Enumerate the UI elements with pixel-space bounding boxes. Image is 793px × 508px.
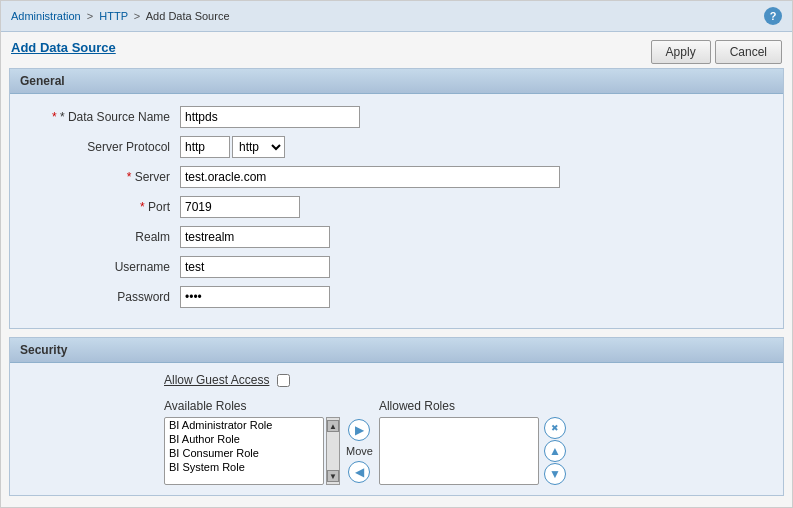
move-column: ▶ Move ◀ bbox=[346, 399, 373, 483]
datasource-name-label: * * Data Source Name bbox=[20, 110, 180, 124]
username-row: Username bbox=[20, 256, 773, 278]
security-section-header: Security bbox=[10, 338, 783, 363]
guest-access-checkbox[interactable] bbox=[277, 374, 290, 387]
breadcrumb-sep1: > bbox=[87, 10, 93, 22]
protocol-group: http https bbox=[180, 136, 285, 158]
breadcrumb-http[interactable]: HTTP bbox=[99, 10, 128, 22]
available-roles-column: Available Roles BI Administrator Role BI… bbox=[164, 399, 340, 485]
security-section-body: Allow Guest Access Available Roles BI Ad… bbox=[10, 363, 783, 495]
server-protocol-row: Server Protocol http https bbox=[20, 136, 773, 158]
help-icon[interactable]: ? bbox=[764, 7, 782, 25]
server-label: * Server bbox=[20, 170, 180, 184]
realm-row: Realm bbox=[20, 226, 773, 248]
password-label: Password bbox=[20, 290, 180, 304]
password-input[interactable] bbox=[180, 286, 330, 308]
roles-container: Available Roles BI Administrator Role BI… bbox=[24, 399, 769, 485]
list-item[interactable]: BI Administrator Role bbox=[165, 418, 323, 432]
breadcrumb-current: Add Data Source bbox=[146, 10, 230, 22]
scroll-up-btn[interactable]: ▲ bbox=[327, 420, 339, 432]
breadcrumb: Administration > HTTP > Add Data Source bbox=[11, 10, 230, 22]
move-label: Move bbox=[346, 445, 373, 457]
datasource-name-input[interactable] bbox=[180, 106, 360, 128]
server-row: * Server bbox=[20, 166, 773, 188]
apply-button[interactable]: Apply bbox=[651, 40, 711, 64]
main-content: General * * Data Source Name Server Prot… bbox=[1, 68, 792, 507]
password-row: Password bbox=[20, 286, 773, 308]
general-section: General * * Data Source Name Server Prot… bbox=[9, 68, 784, 329]
available-roles-label: Available Roles bbox=[164, 399, 340, 413]
breadcrumb-admin[interactable]: Administration bbox=[11, 10, 81, 22]
move-right-button[interactable]: ▶ bbox=[348, 419, 370, 441]
allowed-move-down-button[interactable]: ▼ bbox=[544, 463, 566, 485]
button-group: Apply Cancel bbox=[651, 40, 782, 64]
list-item[interactable]: BI System Role bbox=[165, 460, 323, 474]
scroll-down-btn[interactable]: ▼ bbox=[327, 470, 339, 482]
server-protocol-label: Server Protocol bbox=[20, 140, 180, 154]
allowed-scroll-up-button[interactable]: ✖ bbox=[544, 417, 566, 439]
available-roles-listbox[interactable]: BI Administrator Role BI Author Role BI … bbox=[164, 417, 324, 485]
realm-input[interactable] bbox=[180, 226, 330, 248]
datasource-name-row: * * Data Source Name bbox=[20, 106, 773, 128]
page-title: Add Data Source bbox=[11, 40, 116, 55]
allowed-roles-listbox[interactable] bbox=[379, 417, 539, 485]
breadcrumb-sep2: > bbox=[134, 10, 140, 22]
security-section: Security Allow Guest Access Available Ro… bbox=[9, 337, 784, 496]
list-item[interactable]: BI Consumer Role bbox=[165, 446, 323, 460]
protocol-text-input[interactable] bbox=[180, 136, 230, 158]
allowed-roles-list-wrapper: ✖ ▲ ▼ bbox=[379, 417, 566, 485]
port-row: * Port bbox=[20, 196, 773, 218]
guest-access-label: Allow Guest Access bbox=[164, 373, 269, 387]
allowed-roles-label: Allowed Roles bbox=[379, 399, 566, 413]
general-section-body: * * Data Source Name Server Protocol htt… bbox=[10, 94, 783, 328]
port-label: * Port bbox=[20, 200, 180, 214]
port-input[interactable] bbox=[180, 196, 300, 218]
allowed-roles-controls: ✖ ▲ ▼ bbox=[544, 417, 566, 485]
list-item[interactable]: BI Author Role bbox=[165, 432, 323, 446]
available-roles-list-wrapper: BI Administrator Role BI Author Role BI … bbox=[164, 417, 340, 485]
allowed-roles-column: Allowed Roles ✖ ▲ ▼ bbox=[379, 399, 566, 485]
general-section-header: General bbox=[10, 69, 783, 94]
available-roles-scrollbar: ▲ ▼ bbox=[326, 417, 340, 485]
move-left-button[interactable]: ◀ bbox=[348, 461, 370, 483]
username-label: Username bbox=[20, 260, 180, 274]
protocol-dropdown[interactable]: http https bbox=[232, 136, 285, 158]
server-input[interactable] bbox=[180, 166, 560, 188]
guest-access-row: Allow Guest Access bbox=[24, 373, 769, 387]
required-star: * bbox=[52, 110, 60, 124]
realm-label: Realm bbox=[20, 230, 180, 244]
allowed-move-up-button[interactable]: ▲ bbox=[544, 440, 566, 462]
cancel-button[interactable]: Cancel bbox=[715, 40, 782, 64]
username-input[interactable] bbox=[180, 256, 330, 278]
